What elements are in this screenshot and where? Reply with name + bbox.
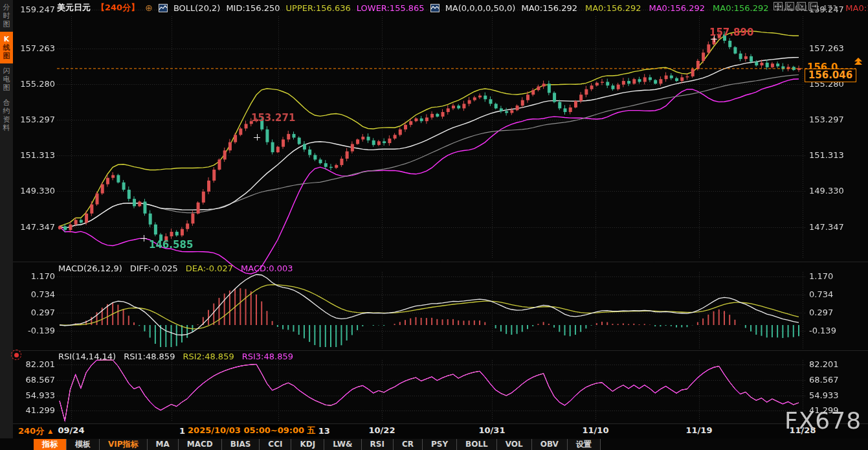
current-price-label: 156.046 (805, 69, 856, 82)
price-axis-label: 155.280 (17, 79, 55, 89)
price-axis-label: 147.347 (17, 222, 55, 232)
period-up-arrow-icon: ▲ (48, 428, 52, 434)
boll-upper-value: UPPER:156.636 (286, 3, 351, 13)
ma-value: MA0:156.292 (713, 3, 769, 13)
toolbar-button-LW&[interactable]: LW& (324, 439, 361, 450)
period-selector-label: 240分 (18, 425, 44, 437)
macd-axis-label: -0.139 (809, 326, 836, 335)
price-axis-label: 151.313 (17, 150, 55, 160)
indicator-toolbar: 指标模板VIP指标MAMACDBIASCCIKDJLW&RSICRPSYBOLL… (34, 439, 601, 450)
rsi-axis-label: 54.933 (17, 390, 55, 400)
rsi-axis-label: 82.201 (809, 359, 839, 369)
price-axis-label: 153.297 (17, 115, 55, 124)
boll-label: BOLL(20,2) (173, 3, 221, 13)
macd-diff-value: DIFF:-0.025 (130, 264, 178, 273)
ma-value: MA0:156.292 (585, 3, 641, 13)
sidebar-tab-K线图[interactable]: K线图 (0, 32, 13, 63)
macd-axis-label: 0.734 (809, 289, 833, 299)
toolbar-button-指标[interactable]: 指标 (34, 439, 67, 450)
chart-type-sidebar: 分时图K线图闪电图合约资料 (0, 0, 13, 438)
rsi-axis-label: 82.201 (17, 359, 55, 369)
fx678-watermark: FX678 (785, 407, 862, 434)
boll-lower-value: LOWER:155.865 (357, 3, 425, 13)
high-price-annotation: 157.890 (709, 27, 753, 38)
toolbar-button-CCI[interactable]: CCI (260, 439, 291, 450)
date-axis-label: 10/31 (479, 425, 506, 435)
macd-axis-label: -0.139 (17, 326, 55, 335)
price-axis-label: 149.330 (17, 186, 55, 196)
period-badge[interactable]: 【240分】 (96, 2, 139, 14)
pane-scale-left-icon[interactable] (785, 2, 794, 10)
price-axis-label: 151.313 (809, 150, 844, 160)
toolbar-button-BOLL[interactable]: BOLL (457, 439, 497, 450)
toolbar-button-MACD[interactable]: MACD (179, 439, 222, 450)
axis-label-fragment: 1 (179, 426, 185, 436)
price-axis-label: 147.347 (809, 222, 844, 232)
rsi3-value: RSI3:48.859 (242, 352, 293, 361)
macd-axis-label: 1.170 (809, 271, 833, 281)
toolbar-button-MA[interactable]: MA (148, 439, 179, 450)
axis-label-fragment: 13 (318, 426, 330, 436)
rsi-header: RSI(14,14,14) RSI1:48.859 RSI2:48.859 RS… (58, 352, 293, 361)
rsi-axis-label: 54.933 (809, 390, 839, 400)
macd-axis-label: 0.734 (17, 289, 55, 299)
boll-indicator-icon[interactable] (159, 4, 168, 12)
exit-pane-icon[interactable] (808, 2, 818, 10)
date-axis-label: 11/10 (583, 425, 609, 435)
rsi-label: RSI(14,14,14) (58, 352, 116, 361)
toolbar-button-设置[interactable]: 设置 (568, 439, 601, 450)
chart-window-tools (773, 2, 818, 10)
date-axis-label: 11/19 (686, 425, 713, 435)
ma-value: MA0:1 (845, 3, 868, 13)
macd-dea-value: DEA:-0.027 (186, 264, 233, 273)
toolbar-button-PSY[interactable]: PSY (423, 439, 457, 450)
ma-value: MA0:156.292 (649, 3, 706, 13)
crosshair-datetime-value: 2025/10/03 05:00~09:00 五 (185, 425, 318, 436)
price-chart-canvas[interactable] (0, 0, 868, 450)
sidebar-tab-合约资料[interactable]: 合约资料 (0, 95, 13, 135)
low-price-annotation: 146.585 (149, 239, 193, 251)
toolbar-button-BIAS[interactable]: BIAS (222, 439, 260, 450)
toolbar-button-VOL[interactable]: VOL (497, 439, 532, 450)
time-axis (0, 423, 868, 438)
toolbar-button-模板[interactable]: 模板 (67, 439, 100, 450)
macd-header: MACD(26,12,9) DIFF:-0.025 DEA:-0.027 MAC… (58, 264, 293, 273)
toolbar-button-RSI[interactable]: RSI (362, 439, 394, 450)
boll-mid-value: MID:156.250 (226, 3, 280, 13)
period-selector[interactable]: 240分 ▲ (18, 425, 52, 437)
macd-value: MACD:0.003 (241, 264, 293, 273)
pane-scale-right-icon[interactable] (797, 2, 806, 10)
sidebar-tab-分时图[interactable]: 分时图 (0, 0, 13, 32)
rsi-axis-label: 41.299 (17, 405, 55, 415)
ma-indicator-icon[interactable] (430, 4, 440, 12)
price-axis-label: 159.247 (17, 5, 55, 14)
swing-high-annotation: 153.271 (251, 112, 295, 124)
move-icon[interactable] (773, 2, 783, 10)
macd-label: MACD(26,12,9) (58, 264, 122, 273)
symbol-title: 美元日元 (57, 2, 91, 14)
price-axis-label: 157.263 (809, 43, 844, 53)
compare-add-icon[interactable]: ⊕ (145, 3, 153, 13)
rsi2-value: RSI2:48.859 (183, 352, 234, 361)
toolbar-button-OBV[interactable]: OBV (532, 439, 568, 450)
price-axis-label: 153.297 (809, 115, 844, 124)
rsi1-value: RSI1:48.859 (124, 352, 175, 361)
macd-axis-label: 0.297 (809, 308, 833, 317)
chart-header: 美元日元 【240分】 ⊕ BOLL(20,2) MID:156.250 UPP… (57, 2, 868, 14)
macd-axis-label: 0.297 (17, 308, 55, 317)
ma-value: MA0:156.292 (521, 3, 577, 13)
toolbar-button-CR[interactable]: CR (394, 439, 423, 450)
toolbar-button-VIP指标[interactable]: VIP指标 (100, 439, 148, 450)
macd-axis-label: 1.170 (17, 271, 55, 281)
sidebar-tab-闪电图[interactable]: 闪电图 (0, 63, 13, 95)
date-axis-label: 10/22 (369, 425, 395, 435)
date-axis-label: 09/24 (58, 425, 85, 435)
price-axis-label: 157.263 (17, 43, 55, 53)
rsi-axis-label: 68.567 (809, 375, 839, 385)
ma-label: MA(0,0,0,0,50,0) (445, 3, 516, 13)
toolbar-button-KDJ[interactable]: KDJ (291, 439, 324, 450)
rsi-axis-label: 68.567 (17, 375, 55, 385)
price-marker-arrow-icon[interactable] (854, 58, 862, 64)
crosshair-datetime: 1 2025/10/03 05:00~09:00 五 13 (179, 425, 330, 436)
realtime-indicator-icon (11, 350, 21, 360)
